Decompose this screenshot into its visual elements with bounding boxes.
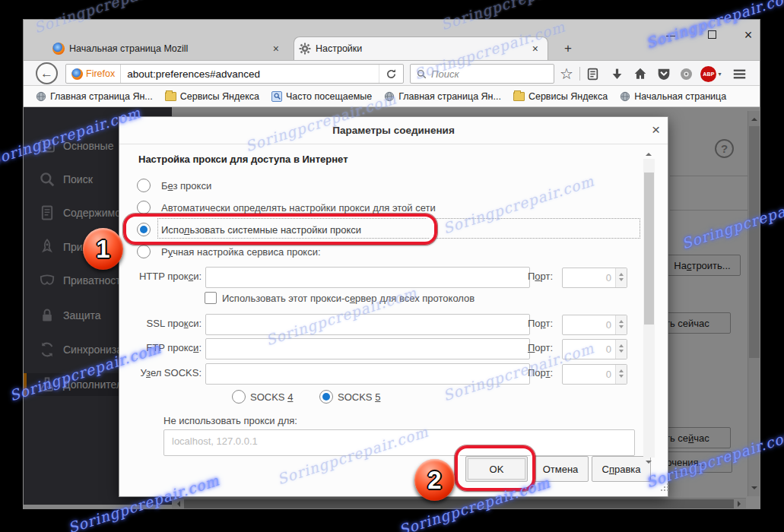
tab-close-icon[interactable]: ×: [528, 43, 543, 55]
scrollbar-thumb[interactable]: [644, 173, 654, 325]
bookmark-label: Главная страница Ян...: [398, 91, 501, 102]
reload-icon[interactable]: [379, 65, 403, 83]
chevron-down-icon: ▾: [718, 71, 721, 78]
back-button[interactable]: ←: [36, 62, 58, 84]
help-button[interactable]: Справка: [592, 456, 651, 482]
adblock-plus-icon[interactable]: ABP ▾: [699, 65, 723, 82]
radio-manual-proxy[interactable]: [137, 245, 151, 258]
ssl-port-label: Порт:: [528, 318, 553, 329]
ssl-port-field[interactable]: [562, 315, 627, 335]
gear-icon: [299, 43, 311, 55]
close-window-button[interactable]: ×: [738, 26, 758, 44]
radio-auto-detect-label[interactable]: Автоматически определять настройки прокс…: [161, 202, 436, 214]
socks-host-input[interactable]: [205, 363, 530, 385]
site-identity-badge[interactable]: Firefox: [66, 65, 121, 83]
bookmark-star-icon[interactable]: ☆: [558, 65, 575, 82]
radio-socks4-label[interactable]: SOCKS 4: [250, 391, 293, 403]
webide-eye-icon[interactable]: [678, 65, 694, 82]
folder-icon: [513, 92, 525, 101]
radio-no-proxy-label[interactable]: Без прокси: [161, 180, 211, 192]
share-proxy-label[interactable]: Использовать этот прокси-сервер для всех…: [222, 293, 475, 304]
downloads-icon[interactable]: [608, 65, 625, 82]
new-tab-button[interactable]: +: [558, 40, 578, 58]
resize-grip[interactable]: [661, 489, 662, 491]
identity-label: Firefox: [86, 68, 115, 79]
bookmark-label: Начальная страница: [634, 91, 726, 102]
navigation-toolbar: ← Firefox about:preferences#advanced Пои…: [24, 60, 760, 86]
browser-window: Начальная страница Mozill × Настройки × …: [23, 19, 760, 509]
ftp-proxy-label: FTP прокси:: [125, 342, 202, 353]
bookmarks-bar: Главная страница Ян... Сервисы Яндекса Ч…: [24, 86, 760, 107]
tab-close-icon[interactable]: ×: [268, 43, 284, 55]
port-spinner[interactable]: [615, 315, 627, 334]
scroll-up-icon[interactable]: [646, 150, 652, 156]
ssl-proxy-input[interactable]: [205, 314, 530, 335]
url-text[interactable]: about:preferences#advanced: [121, 68, 379, 80]
dialog-heading: Настройка прокси для доступа в Интернет: [138, 154, 348, 165]
port-spinner[interactable]: [615, 340, 627, 359]
tab-settings[interactable]: Настройки ×: [294, 36, 548, 60]
port-spinner[interactable]: [615, 365, 627, 384]
globe-icon: [620, 91, 630, 102]
home-icon[interactable]: [632, 65, 649, 82]
http-port-field[interactable]: [562, 268, 627, 288]
bookmark-item[interactable]: Начальная страница: [615, 90, 731, 103]
tab-title: Настройки: [316, 43, 523, 54]
http-port-label: Порт:: [528, 271, 553, 282]
radio-socks5-label[interactable]: SOCKS 5: [338, 391, 380, 403]
bookmark-label: Сервисы Яндекса: [528, 91, 608, 102]
ftp-port-label: Порт:: [528, 342, 553, 353]
radio-auto-detect[interactable]: [137, 201, 151, 214]
no-proxy-textarea[interactable]: [163, 429, 635, 456]
firefox-favicon-icon: [52, 43, 65, 55]
dialog-close-icon[interactable]: ×: [652, 122, 660, 138]
radio-no-proxy[interactable]: [137, 179, 151, 192]
minimize-button[interactable]: [661, 26, 681, 44]
menu-hamburger-icon[interactable]: [731, 65, 747, 82]
bookmark-label: Часто посещаемые: [286, 91, 372, 102]
bookmark-label: Сервисы Яндекса: [180, 91, 259, 102]
bookmark-item[interactable]: Главная страница Ян...: [31, 90, 157, 103]
ftp-port-input[interactable]: [563, 344, 615, 355]
connection-settings-dialog: Параметры соединения × Настройка прокси …: [119, 116, 668, 497]
folder-icon: [165, 92, 176, 101]
bookmark-folder[interactable]: Часто посещаемые: [267, 90, 376, 103]
cancel-button[interactable]: Отмена: [532, 456, 589, 482]
step-1-badge: 1: [83, 228, 123, 270]
firefox-icon: [71, 68, 83, 80]
maximize-button[interactable]: [702, 26, 722, 44]
radio-socks4[interactable]: [232, 390, 246, 404]
content-area: Основные Поиск Содержимое Приложения При…: [24, 107, 760, 509]
bookmarks-menu-icon[interactable]: [584, 65, 601, 82]
bookmark-folder[interactable]: Сервисы Яндекса: [509, 90, 612, 103]
toolbar-divider: [579, 67, 580, 81]
ssl-port-input[interactable]: [563, 319, 615, 331]
search-input[interactable]: Поиск: [410, 64, 554, 84]
port-spinner[interactable]: [615, 268, 627, 287]
radio-socks5[interactable]: [319, 390, 333, 404]
no-proxy-label: Не использовать прокси для:: [163, 415, 297, 426]
socks-port-label: Порт:: [528, 367, 553, 378]
bookmark-item[interactable]: Главная страница Ян...: [379, 90, 506, 103]
bookmark-label: Главная страница Ян...: [50, 91, 153, 102]
highlight-system-proxy: [123, 214, 437, 245]
share-proxy-checkbox[interactable]: [205, 292, 217, 304]
http-proxy-input[interactable]: [205, 267, 530, 288]
ftp-proxy-input[interactable]: [205, 338, 530, 359]
socks-port-input[interactable]: [563, 369, 615, 380]
scroll-down-icon[interactable]: [646, 461, 652, 467]
globe-icon: [384, 91, 395, 102]
socks-host-label: Узел SOCKS:: [125, 367, 202, 378]
globe-icon: [36, 91, 46, 102]
dialog-title: Параметры соединения: [119, 117, 668, 144]
bookmark-folder[interactable]: Сервисы Яндекса: [160, 90, 264, 103]
http-port-input[interactable]: [563, 272, 615, 283]
tab-home[interactable]: Начальная страница Mozill ×: [49, 36, 287, 60]
pocket-icon[interactable]: [655, 65, 672, 82]
radio-manual-proxy-label[interactable]: Ручная настройка сервиса прокси:: [161, 246, 321, 258]
socks-port-field[interactable]: [562, 364, 627, 385]
step-2-badge: 2: [414, 459, 455, 501]
url-bar[interactable]: Firefox about:preferences#advanced: [65, 64, 404, 84]
ftp-port-field[interactable]: [562, 339, 627, 359]
dialog-scrollbar[interactable]: [643, 159, 655, 458]
